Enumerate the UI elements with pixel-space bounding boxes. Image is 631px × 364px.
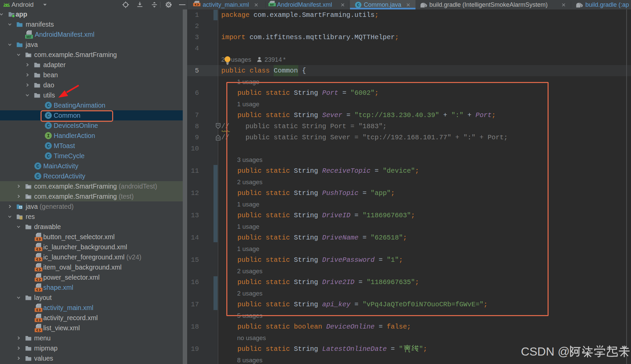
svg-text:C: C — [36, 174, 40, 179]
svg-text:C: C — [47, 103, 50, 108]
svg-text:MF: MF — [26, 35, 32, 39]
svg-text:C: C — [47, 153, 50, 159]
svg-text:C: C — [357, 3, 360, 8]
svg-text:MF: MF — [270, 3, 274, 6]
svg-text:I: I — [47, 133, 50, 139]
svg-text:C: C — [36, 164, 40, 169]
svg-text:C: C — [47, 143, 50, 149]
svg-text:C: C — [47, 123, 50, 129]
